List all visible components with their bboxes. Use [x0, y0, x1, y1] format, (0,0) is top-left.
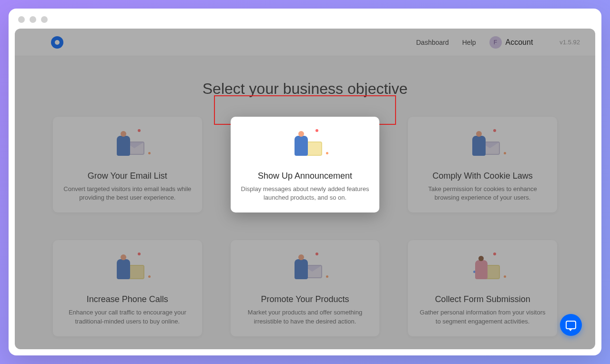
card-title: Comply With Cookie Laws — [433, 171, 533, 181]
objectives-grid: Grow Your Email List Convert targeted vi… — [53, 117, 557, 336]
avatar: F — [489, 36, 502, 49]
card-desc: Take permission for cookies to enhance b… — [417, 185, 549, 202]
header-nav: Dashboard Help F Account v1.5.92 — [416, 36, 580, 49]
page-title: Select your business objective — [191, 74, 419, 103]
window-minimize-dot[interactable] — [30, 16, 36, 23]
objective-card-email-list[interactable]: Grow Your Email List Convert targeted vi… — [53, 117, 202, 212]
version-text: v1.5.92 — [559, 39, 580, 46]
illustration-promote-products — [286, 253, 324, 286]
card-desc: Display messages about newly added featu… — [239, 185, 371, 202]
objective-card-form-submission[interactable]: Collect Form Submission Gather personal … — [408, 240, 557, 336]
illustration-phone-calls — [108, 253, 146, 286]
illustration-form-submission — [464, 253, 502, 286]
objective-card-promote-products[interactable]: Promote Your Products Market your produc… — [231, 240, 380, 336]
objective-card-phone-calls[interactable]: Increase Phone Calls Enhance your call t… — [53, 240, 202, 336]
window-close-dot[interactable] — [18, 16, 25, 23]
card-desc: Market your products and offer something… — [239, 308, 371, 325]
card-title: Show Up Announcement — [258, 171, 352, 181]
illustration-announcement — [286, 129, 324, 162]
card-title: Grow Your Email List — [88, 171, 167, 181]
nav-help[interactable]: Help — [462, 39, 476, 46]
account-label: Account — [506, 38, 533, 47]
window-maximize-dot[interactable] — [41, 16, 48, 23]
card-title: Promote Your Products — [261, 294, 349, 304]
app-header: Dashboard Help F Account v1.5.92 — [15, 29, 595, 56]
card-desc: Convert targeted visitors into email lea… — [61, 185, 193, 202]
chat-widget-button[interactable] — [560, 314, 582, 336]
app-container: Dashboard Help F Account v1.5.92 Select … — [15, 29, 595, 349]
objective-card-cookie-laws[interactable]: Comply With Cookie Laws Take permission … — [408, 117, 557, 212]
card-desc: Enhance your call traffic to encourage y… — [61, 308, 193, 325]
card-desc: Gather personal information from your vi… — [417, 308, 549, 325]
illustration-cookie-laws — [464, 129, 502, 162]
card-title: Increase Phone Calls — [87, 294, 168, 304]
nav-dashboard[interactable]: Dashboard — [416, 39, 449, 46]
app-logo-icon[interactable] — [51, 36, 63, 49]
account-menu[interactable]: F Account — [489, 36, 533, 49]
illustration-email-list — [108, 129, 146, 162]
chat-icon — [566, 321, 576, 329]
content-area: Select your business objective Grow Your… — [15, 56, 595, 346]
window-controls — [18, 16, 48, 23]
card-title: Collect Form Submission — [435, 294, 530, 304]
browser-window: Dashboard Help F Account v1.5.92 Select … — [9, 9, 601, 355]
objective-card-announcement[interactable]: Show Up Announcement Display messages ab… — [231, 117, 380, 212]
